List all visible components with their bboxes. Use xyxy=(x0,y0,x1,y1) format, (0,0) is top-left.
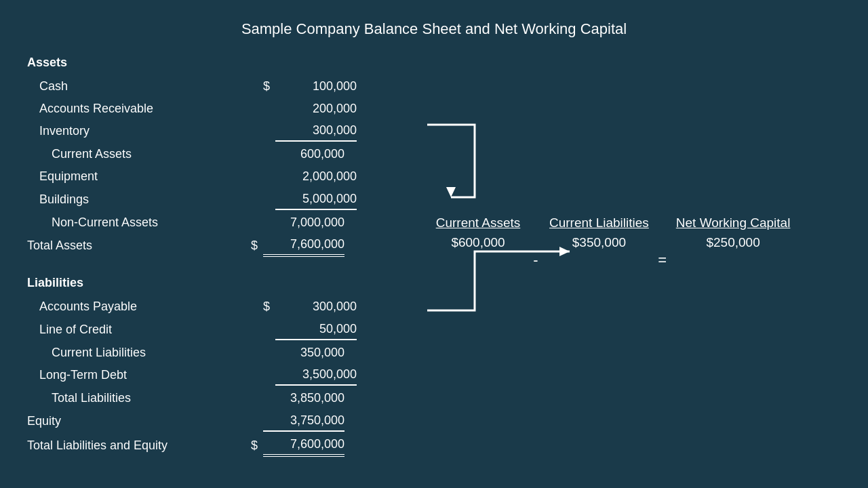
buildings-row: Buildings 5,000,000 xyxy=(27,188,448,211)
balance-sheet: Assets Cash $ 100,000 Accounts Receivabl… xyxy=(27,52,448,458)
total-assets-row: Total Assets $ 7,600,000 xyxy=(27,233,448,258)
net-working-capital-col: Net Working Capital $250,000 xyxy=(676,214,791,250)
line-of-credit-row: Line of Credit 50,000 xyxy=(27,318,448,342)
nwc-diagram: Current Assets $600,000 - Current Liabil… xyxy=(400,52,861,488)
equity-row: Equity 3,750,000 xyxy=(27,409,448,433)
assets-header: Assets xyxy=(27,52,448,75)
accounts-payable-row: Accounts Payable $ 300,000 xyxy=(27,296,448,318)
current-assets-row: Current Assets 600,000 xyxy=(27,143,448,165)
current-assets-nwc-col: Current Assets $600,000 xyxy=(434,214,522,250)
page-title: Sample Company Balance Sheet and Net Wor… xyxy=(0,0,868,52)
current-liabilities-nwc-col: Current Liabilities $350,000 xyxy=(549,214,649,250)
total-liabilities-equity-row: Total Liabilities and Equity $ 7,600,000 xyxy=(27,433,448,458)
inventory-row: Inventory 300,000 xyxy=(27,119,448,143)
liabilities-header: Liabilities xyxy=(27,272,448,296)
minus-operator: - xyxy=(522,251,549,269)
svg-marker-0 xyxy=(446,187,456,197)
total-liabilities-row: Total Liabilities 3,850,000 xyxy=(27,387,448,409)
accounts-receivable-row: Accounts Receivable 200,000 xyxy=(27,98,448,120)
current-liabilities-row: Current Liabilities 350,000 xyxy=(27,342,448,364)
equals-operator: = xyxy=(649,251,676,269)
long-term-debt-row: Long-Term Debt 3,500,000 xyxy=(27,363,448,387)
cash-row: Cash $ 100,000 xyxy=(27,75,448,98)
equipment-row: Equipment 2,000,000 xyxy=(27,165,448,188)
non-current-assets-row: Non-Current Assets 7,000,000 xyxy=(27,211,448,234)
